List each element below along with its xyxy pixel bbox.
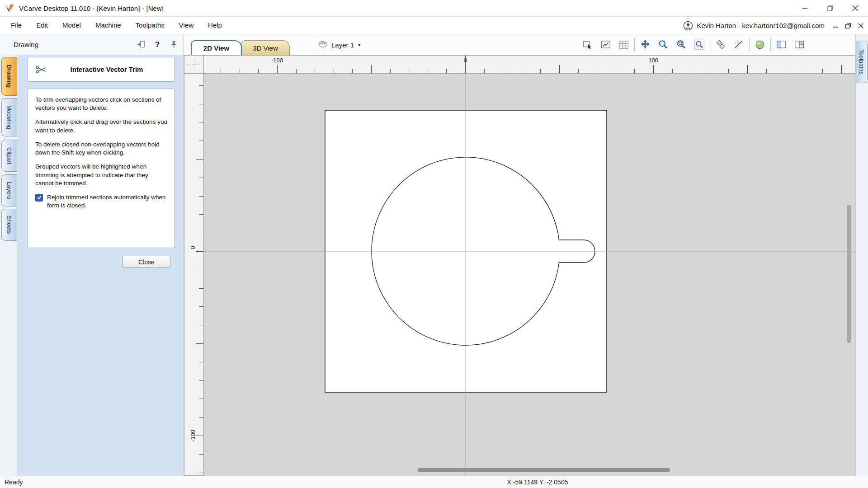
sidebar-tab-layers[interactable]: Layers — [1, 174, 17, 206]
tab-3d-view[interactable]: 3D View — [241, 40, 290, 55]
menu-model[interactable]: Model — [55, 17, 88, 34]
layer-name: Layer 1 — [331, 41, 354, 49]
separator — [634, 38, 635, 51]
view-toolbar: 2D View 3D View Layer 1 ▾ — [184, 34, 855, 55]
rejoin-checkbox[interactable] — [35, 194, 43, 202]
help-icon[interactable]: ? — [152, 39, 163, 50]
cursor-coordinates: X:-59.1149 Y: -2.0505 — [463, 476, 612, 488]
shading-toggle-icon[interactable] — [752, 37, 768, 52]
drawing-panel: Interactive Vector Trim To trim overlapp… — [17, 55, 184, 476]
menu-help[interactable]: Help — [201, 17, 229, 34]
horizontal-ruler: -100 0 100 — [204, 55, 855, 74]
instruction-paragraph: Alternatively click and drag over the se… — [35, 118, 167, 134]
right-tab-strip: Toolpaths — [855, 34, 868, 476]
separator — [710, 38, 710, 51]
drawing-panel-header: Drawing ? — [0, 34, 184, 55]
tool-title-card: Interactive Vector Trim — [28, 57, 175, 82]
sidebar-tab-toolpaths[interactable]: Toolpaths — [856, 41, 868, 83]
vertical-ruler: 0 -100 — [184, 74, 204, 476]
canvas-graphics — [204, 74, 855, 476]
undock-icon[interactable] — [136, 39, 146, 50]
menu-view[interactable]: View — [172, 17, 201, 34]
left-tab-strip: Drawing Modeling Clipart Layers Sheets — [0, 55, 17, 476]
view-tool-icons — [580, 37, 807, 52]
ruler-origin-corner — [184, 55, 204, 74]
menu-edit[interactable]: Edit — [29, 17, 55, 34]
h-ruler-label: 100 — [648, 57, 658, 64]
chevron-down-icon: ▾ — [358, 42, 361, 48]
user-icon — [683, 21, 693, 31]
status-ready: Ready — [5, 476, 23, 488]
layer-selector[interactable]: Layer 1 ▾ — [314, 34, 361, 55]
sidebar-tab-drawing[interactable]: Drawing — [1, 57, 17, 96]
menu-toolpaths[interactable]: Toolpaths — [128, 17, 172, 34]
zoom-tool-icon[interactable] — [656, 37, 671, 52]
vcarve-logo-icon — [5, 3, 14, 13]
vcarve-app-window: { "window": { "title": "VCarve Desktop 1… — [0, 0, 868, 488]
panel-title: Drawing — [14, 34, 38, 55]
drawing-canvas[interactable] — [204, 74, 855, 476]
scissors-icon — [34, 64, 48, 75]
separator — [314, 38, 314, 51]
h-ruler-label: -100 — [271, 57, 283, 64]
v-ruler-label: 0 — [189, 246, 196, 249]
child-restore-button[interactable] — [844, 22, 852, 29]
zoom-selected-tool-icon[interactable] — [692, 37, 707, 52]
close-tool-button[interactable]: Close — [123, 256, 170, 268]
pan-tool-icon[interactable] — [637, 37, 653, 52]
tab-2d-view[interactable]: 2D View — [191, 40, 242, 55]
title-bar: VCarve Desktop 11.010 - {Kevin Harton} -… — [0, 0, 868, 17]
layer-stack-icon — [318, 41, 327, 49]
horizontal-scrollbar-thumb[interactable] — [418, 468, 670, 472]
sidebar-tab-modeling[interactable]: Modeling — [1, 98, 17, 136]
minimize-button[interactable] — [792, 0, 817, 16]
separator — [749, 38, 750, 51]
maximize-button[interactable] — [817, 0, 843, 16]
zoom-box-icon[interactable] — [580, 37, 595, 52]
h-ruler-label: 0 — [463, 57, 467, 64]
sidebar-tab-clipart[interactable]: Clipart — [1, 140, 17, 172]
account-label: Kevin Harton - kev.hartonr102@gmail.com — [697, 22, 825, 29]
instruction-paragraph: To delete closed non-overlapping vectors… — [35, 141, 167, 157]
rejoin-checkbox-label: Rejoin trimmed sections automatically wh… — [47, 193, 167, 210]
zoom-drawing-icon[interactable] — [598, 37, 613, 52]
v-ruler-label: -100 — [189, 430, 196, 441]
separator — [770, 38, 771, 51]
tool-title: Interactive Vector Trim — [54, 66, 168, 73]
grid-toggle-icon[interactable] — [616, 37, 632, 52]
tile-horizontal-icon[interactable] — [774, 37, 789, 52]
sidebar-tab-sheets[interactable]: Sheets — [1, 209, 17, 241]
menu-bar: File Edit Model Machine Toolpaths View H… — [0, 17, 868, 34]
window-title: VCarve Desktop 11.010 - {Kevin Harton} -… — [19, 0, 164, 17]
close-button[interactable] — [843, 0, 868, 16]
tile-vertical-icon[interactable] — [792, 37, 807, 52]
zoom-window-tool-icon[interactable] — [674, 37, 689, 52]
instruction-paragraph: Grouped vectors will be highlighted when… — [35, 163, 167, 188]
child-minimize-button[interactable] — [832, 22, 839, 29]
account-badge[interactable]: Kevin Harton - kev.hartonr102@gmail.com — [683, 21, 825, 31]
child-close-button[interactable] — [857, 22, 864, 29]
instruction-paragraph: To trim overlapping vectors click on sec… — [35, 96, 167, 112]
guides-toggle-icon[interactable] — [731, 37, 746, 52]
instructions-card: To trim overlapping vectors click on sec… — [28, 89, 175, 248]
pin-icon[interactable] — [168, 39, 179, 50]
menu-machine[interactable]: Machine — [88, 17, 128, 34]
status-bar: Ready X:-59.1149 Y: -2.0505 — [0, 476, 868, 488]
vertical-scrollbar-thumb[interactable] — [847, 205, 851, 343]
snap-settings-icon[interactable] — [713, 37, 728, 52]
menu-file[interactable]: File — [4, 17, 29, 34]
